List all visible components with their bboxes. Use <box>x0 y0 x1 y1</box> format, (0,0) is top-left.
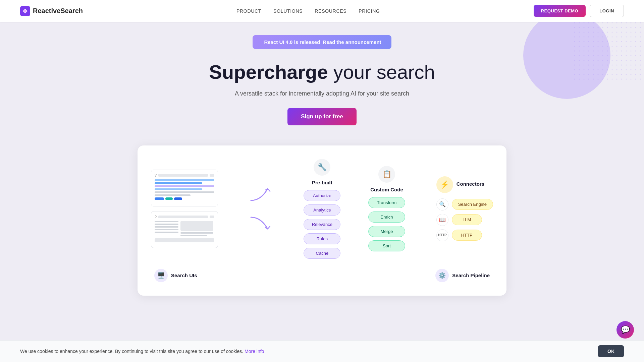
mockup-line <box>155 185 214 187</box>
svg-point-1 <box>24 10 26 12</box>
diagram-inner: ? <box>151 159 493 259</box>
connectors-column: ⚡ Connectors 🔍 Search Engine 📖 LLM HTTP … <box>436 176 493 241</box>
customcode-icon: 📋 <box>378 166 395 183</box>
nav-actions: REQUEST DEMO LOGIN <box>534 5 624 17</box>
more-info-link[interactable]: More info <box>245 349 264 354</box>
ui-mockups: ? <box>151 170 218 248</box>
mockup-lines-2a <box>155 221 178 233</box>
connector-row-search: 🔍 Search Engine <box>436 198 493 210</box>
bg-circle-decoration <box>523 12 610 99</box>
llm-icon: 📖 <box>436 214 448 226</box>
logo-icon <box>20 6 30 16</box>
mockup-line <box>155 229 178 230</box>
mockup-line <box>155 182 202 184</box>
connector-row-http: HTTP HTTP <box>436 229 482 241</box>
search-uis-text: Search UIs <box>171 273 197 278</box>
mockup-line <box>155 224 178 225</box>
mockup-big-block <box>180 221 213 231</box>
hero-title-rest: your search <box>328 61 435 83</box>
mockup-line <box>155 188 202 190</box>
connectors-icon: ⚡ <box>436 176 453 193</box>
bottom-labels: 🖥️ Search UIs ⚙️ Search Pipeline <box>151 269 493 282</box>
nav-links: PRODUCT SOLUTIONS RESOURCES PRICING <box>236 8 380 14</box>
ok-button[interactable]: OK <box>598 345 624 357</box>
mockup-lines-1 <box>155 179 214 196</box>
mockup-line <box>155 226 178 228</box>
customcode-column: 📋 Custom Code Transform Enrich Merge Sor… <box>368 166 405 251</box>
mockup-search-bar-2 <box>158 216 208 218</box>
mockup-line <box>180 235 207 236</box>
chip <box>165 197 173 200</box>
announcement-link[interactable]: Read the announcement <box>323 39 381 45</box>
chip <box>174 197 182 200</box>
diagram-card: ? <box>138 145 506 296</box>
http-button[interactable]: HTTP <box>452 230 482 241</box>
rules-button[interactable]: Rules <box>304 233 340 244</box>
authorize-button[interactable]: Authorize <box>304 190 340 201</box>
mockup-line <box>155 194 191 196</box>
llm-button[interactable]: LLM <box>452 214 482 225</box>
mockup-search-btn <box>210 174 214 177</box>
arrow-top-left <box>249 185 273 202</box>
mockup-line <box>155 232 178 233</box>
hero-section: React UI 4.0 is released Read the announ… <box>0 22 644 132</box>
nav-solutions[interactable]: SOLUTIONS <box>273 8 303 14</box>
prebuilt-column: 🔧 Pre-built Authorize Analytics Relevanc… <box>304 159 340 259</box>
hero-title-bold: Supercharge <box>209 61 328 83</box>
mockup-line <box>155 191 214 193</box>
mockup-bottom-bar <box>155 238 214 242</box>
mockup-line <box>180 232 213 234</box>
search-uis-icon: 🖥️ <box>154 269 168 282</box>
arrow-bottom-left <box>249 216 273 232</box>
signup-button[interactable]: Sign up for free <box>287 108 357 125</box>
mockup-line <box>155 221 178 222</box>
customcode-title: Custom Code <box>370 187 403 192</box>
relevance-button[interactable]: Relevance <box>304 219 340 230</box>
announcement-text: React UI 4.0 is released <box>264 39 320 45</box>
transform-button[interactable]: Transform <box>368 197 405 208</box>
mockup-card-2: ? <box>151 211 218 248</box>
prebuilt-icon: 🔧 <box>314 159 330 176</box>
search-pipeline-text: Search Pipeline <box>452 273 490 278</box>
mockup-icon-btn-2 <box>210 216 214 218</box>
cookie-message: We use cookies to enhance your experienc… <box>20 349 243 354</box>
search-engine-icon: 🔍 <box>436 198 448 210</box>
request-demo-button[interactable]: REQUEST DEMO <box>534 5 586 17</box>
http-icon: HTTP <box>436 229 448 241</box>
mockup-q-icon: ? <box>155 173 157 177</box>
search-uis-label: 🖥️ Search UIs <box>154 269 197 282</box>
connector-row-llm: 📖 LLM <box>436 214 482 226</box>
mockup-card-1: ? <box>151 170 218 206</box>
mockup-q-icon-2: ? <box>155 215 157 219</box>
logo-text: ReactiveSearch <box>33 7 83 15</box>
cookie-text: We use cookies to enhance your experienc… <box>20 349 264 354</box>
logo[interactable]: ReactiveSearch <box>20 6 83 16</box>
connectors-title: Connectors <box>457 181 484 187</box>
chip <box>155 197 164 200</box>
mockup-chips <box>155 197 214 200</box>
merge-button[interactable]: Merge <box>368 226 405 237</box>
chat-bubble[interactable]: 💬 <box>616 321 634 339</box>
sort-button[interactable]: Sort <box>368 240 405 251</box>
cache-button[interactable]: Cache <box>304 248 340 259</box>
announcement-bar[interactable]: React UI 4.0 is released Read the announ… <box>253 35 391 49</box>
nav-pricing[interactable]: PRICING <box>359 8 380 14</box>
nav-product[interactable]: PRODUCT <box>236 8 261 14</box>
login-button[interactable]: LOGIN <box>590 5 624 17</box>
cookie-bar: We use cookies to enhance your experienc… <box>0 340 644 362</box>
search-pipeline-icon: ⚙️ <box>435 269 449 282</box>
arrows-left <box>246 185 276 232</box>
mockup-search-bar <box>158 174 208 177</box>
mockup-line <box>155 179 214 181</box>
search-pipeline-label: ⚙️ Search Pipeline <box>435 269 490 282</box>
enrich-button[interactable]: Enrich <box>368 212 405 223</box>
navbar: ReactiveSearch PRODUCT SOLUTIONS RESOURC… <box>0 0 644 22</box>
analytics-button[interactable]: Analytics <box>304 204 340 216</box>
search-engine-button[interactable]: Search Engine <box>452 199 493 210</box>
nav-resources[interactable]: RESOURCES <box>315 8 346 14</box>
prebuilt-title: Pre-built <box>312 180 332 185</box>
